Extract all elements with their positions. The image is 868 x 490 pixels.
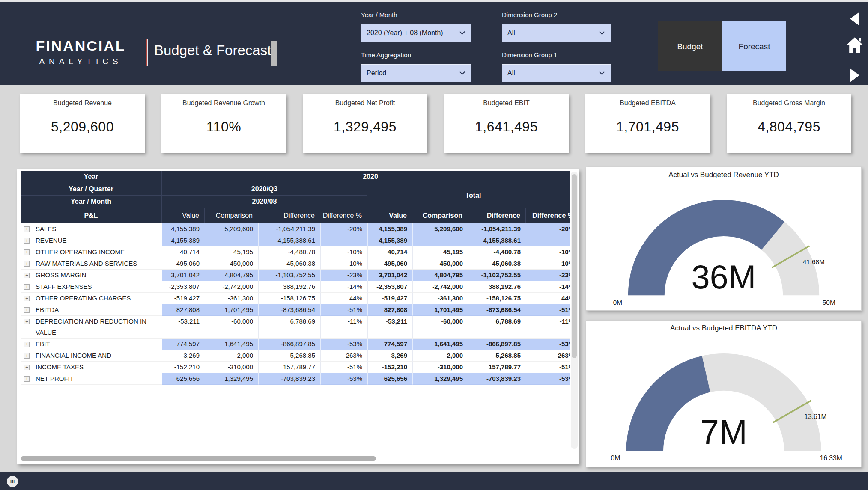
row-label: OTHER OPERATING INCOME: [36, 246, 125, 258]
total-cell: -60,000: [412, 316, 468, 339]
year-month-value: 2020 (Year) + 08 (Month): [367, 29, 443, 36]
expand-icon[interactable]: +: [24, 365, 30, 370]
table-row[interactable]: +OTHER OPERATING INCOME40,71445,195-4,48…: [21, 246, 570, 258]
gauge-max-label: 16.33M: [820, 454, 842, 462]
gauge-svg: 0M 50M 36M 41.68M: [587, 180, 861, 309]
table-row[interactable]: +STAFF EXPENSES-2,353,807-2,742,000388,1…: [21, 281, 570, 293]
row-label-cell: +SALES: [21, 223, 162, 235]
period-cell: -1,103,752.55: [258, 270, 320, 281]
kpi-value: 4,804,795: [727, 119, 851, 135]
total-cell: 5,268.85: [468, 350, 526, 362]
dimension-group-2-dropdown[interactable]: All: [502, 24, 611, 42]
total-cell: -519,427: [367, 293, 412, 304]
gauge-ebitda-ytd: Actual vs Budgeted EBITDA YTD 0M 16.33M …: [586, 320, 862, 467]
gauge-title: Actual vs Budgeted Revenue YTD: [586, 171, 861, 179]
expand-icon[interactable]: +: [24, 226, 30, 232]
logo-line2: ANALYTICS: [33, 57, 129, 66]
total-cell: 3,269: [367, 350, 412, 362]
row-label-cell: +FINANCIAL INCOME AND: [21, 350, 162, 362]
dimension-group-1-value: All: [507, 69, 515, 77]
expand-icon[interactable]: +: [24, 261, 30, 267]
expand-icon[interactable]: +: [24, 249, 30, 255]
period-cell: -1,054,211.39: [258, 223, 320, 235]
total-cell: -1,103,752.55: [468, 270, 526, 281]
total-cell: 774,597: [367, 339, 412, 350]
expand-icon[interactable]: +: [24, 238, 30, 244]
time-aggregation-dropdown[interactable]: Period: [361, 64, 471, 82]
expand-icon[interactable]: +: [24, 353, 30, 359]
total-cell: 4,155,389: [367, 235, 412, 246]
pnl-matrix: Year 2020 Year / Quarter 2020/Q3 Total Y…: [17, 169, 579, 464]
period-cell: 4,155,389: [162, 223, 205, 235]
period-cell: -11%: [320, 316, 367, 339]
period-cell: -866,897.85: [258, 339, 320, 350]
table-row[interactable]: +GROSS MARGIN3,701,0424,804,795-1,103,75…: [21, 270, 570, 281]
total-cell: -45,060.38: [468, 258, 526, 270]
total-cell: -4,480.78: [468, 246, 526, 258]
row-label-cell: +STAFF EXPENSES: [21, 281, 162, 293]
table-row[interactable]: +INCOME TAXES-152,210-310,000157,789.77-…: [21, 362, 570, 373]
total-cell: -263%: [526, 350, 570, 362]
period-cell: 4,155,388.61: [258, 235, 320, 246]
home-icon[interactable]: [844, 35, 865, 56]
bi-badge[interactable]: BI: [7, 476, 18, 487]
table-row[interactable]: +REVENUE4,155,3894,155,388.614,155,3894,…: [21, 235, 570, 246]
budget-button[interactable]: Budget: [658, 21, 722, 71]
table-row[interactable]: +RAW MATERIALS AND SERVICES-495,060-450,…: [21, 258, 570, 270]
expand-icon[interactable]: +: [24, 284, 30, 290]
period-cell: 6,788.69: [258, 316, 320, 339]
period-cell: -51%: [320, 304, 367, 316]
period-cell: 5,268.85: [258, 350, 320, 362]
expand-icon[interactable]: +: [24, 296, 30, 301]
expand-icon[interactable]: +: [24, 342, 30, 347]
table-row[interactable]: +EBIT774,5971,641,495-866,897.85-53%774,…: [21, 339, 570, 350]
row-label-cell: +INCOME TAXES: [21, 362, 162, 373]
table-row[interactable]: +NET PROFIT625,6561,329,495-703,839.23-5…: [21, 373, 570, 385]
row-label: OTHER OPERATING CHARGES: [36, 293, 131, 304]
time-aggregation-value: Period: [367, 69, 386, 77]
table-row[interactable]: +FINANCIAL INCOME AND3,269-2,0005,268.85…: [21, 350, 570, 362]
period-cell: -450,000: [205, 258, 258, 270]
row-label-cell: +OTHER OPERATING INCOME: [21, 246, 162, 258]
total-cell: -2,353,807: [367, 281, 412, 293]
table-row[interactable]: +OTHER OPERATING CHARGES-519,427-361,300…: [21, 293, 570, 304]
gauge-min-label: 0M: [613, 299, 622, 306]
kpi-card-budgeted-revenue: Budgeted Revenue 5,209,600: [20, 94, 145, 153]
expand-icon[interactable]: +: [24, 307, 30, 313]
period-cell: -2,353,807: [162, 281, 205, 293]
horizontal-scrollbar-thumb[interactable]: [21, 456, 376, 461]
year-month-dropdown[interactable]: 2020 (Year) + 08 (Month): [361, 24, 471, 42]
total-cell: 388,192.76: [468, 281, 526, 293]
table-row[interactable]: +EBITDA827,8081,701,495-873,686.54-51%82…: [21, 304, 570, 316]
vertical-scrollbar-thumb[interactable]: [572, 174, 577, 358]
row-label: STAFF EXPENSES: [36, 281, 92, 292]
total-cell: -450,000: [412, 258, 468, 270]
period-cell: -2,742,000: [205, 281, 258, 293]
period-cell: -519,427: [162, 293, 205, 304]
kpi-label: Budgeted Net Profit: [303, 99, 427, 107]
period-cell: 388,192.76: [258, 281, 320, 293]
period-cell: 45,195: [205, 246, 258, 258]
table-row[interactable]: +DEPRECIATION AND REDUCTION IN VALUE-53,…: [21, 316, 570, 339]
total-cell: -361,300: [412, 293, 468, 304]
forward-arrow-icon[interactable]: [844, 68, 865, 82]
kpi-value: 1,329,495: [303, 119, 427, 135]
expand-icon[interactable]: +: [24, 273, 30, 278]
row-label: NET PROFIT: [36, 373, 74, 384]
text-cursor: [271, 41, 277, 66]
dimension-group-1-dropdown[interactable]: All: [502, 64, 611, 82]
table-row[interactable]: +SALES4,155,3895,209,600-1,054,211.39-20…: [21, 223, 570, 235]
dimension-group-2-value: All: [507, 29, 515, 36]
forecast-button[interactable]: Forecast: [722, 21, 786, 71]
gauge-target-label: 41.68M: [803, 258, 825, 265]
expand-icon[interactable]: +: [24, 319, 30, 324]
row-label-cell: +NET PROFIT: [21, 373, 162, 385]
total-cell: -10%: [526, 246, 570, 258]
back-arrow-icon[interactable]: [844, 12, 865, 26]
total-cell: -20%: [526, 223, 570, 235]
period-cell: -45,060.38: [258, 258, 320, 270]
expand-icon[interactable]: +: [24, 376, 30, 382]
vertical-scrollbar[interactable]: [571, 172, 578, 449]
dashboard: FINANCIAL ANALYTICS Budget & Forecast Ye…: [0, 0, 868, 490]
period-cell: 827,808: [162, 304, 205, 316]
